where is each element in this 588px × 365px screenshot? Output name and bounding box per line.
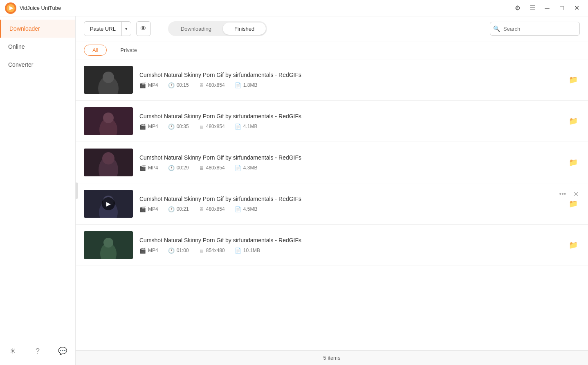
- folder-icon: 📁: [569, 117, 578, 126]
- item-meta: 🎬 MP4 🕐 00:35 🖥 480x854 📄: [139, 124, 560, 130]
- menu-button[interactable]: ☰: [526, 2, 539, 15]
- item-size: 10.1MB: [243, 248, 260, 253]
- theme-button[interactable]: ☀: [5, 344, 20, 358]
- sidebar-item-label: Converter: [8, 61, 33, 68]
- item-actions: 📁: [567, 156, 580, 169]
- format-icon: 🎬: [139, 165, 146, 171]
- item-resolution: 854x480: [206, 248, 225, 253]
- item-format: MP4: [148, 124, 158, 129]
- more-options-button[interactable]: •••: [557, 188, 568, 200]
- file-icon: 📄: [235, 248, 241, 254]
- item-meta: 🎬 MP4 🕐 00:15 🖥 480x854 📄: [139, 82, 560, 88]
- item-size: 4.1MB: [243, 124, 258, 129]
- clock-icon: 🕐: [168, 124, 175, 130]
- sidebar-collapse-handle[interactable]: ‹: [76, 182, 78, 199]
- duration-group: 🕐 00:29: [168, 165, 189, 171]
- item-resolution: 480x854: [206, 124, 225, 129]
- size-group: 📄 4.5MB: [235, 206, 258, 212]
- close-item-button[interactable]: ✕: [570, 188, 581, 200]
- help-button[interactable]: ?: [30, 344, 45, 358]
- item-title: Cumshot Natural Skinny Porn Gif by sirfu…: [139, 113, 560, 120]
- tab-finished[interactable]: Finished: [223, 23, 266, 35]
- clock-icon: 🕐: [168, 206, 175, 212]
- format-icon: 🎬: [139, 124, 146, 130]
- item-actions: 📁: [567, 73, 580, 86]
- folder-button[interactable]: 📁: [567, 239, 580, 252]
- maximize-button[interactable]: □: [555, 2, 568, 15]
- item-thumbnail[interactable]: ▶: [84, 190, 133, 218]
- toolbar: Paste URL ▾ 👁 Downloading Finished 🔍: [76, 16, 588, 41]
- list-item: Cumshot Natural Skinny Porn Gif by sirfu…: [76, 225, 588, 266]
- app-body: Downloader Online Converter ☀ ? 💬 Paste …: [0, 16, 588, 365]
- thumbnail-image: [84, 66, 133, 94]
- paste-url-button[interactable]: Paste URL ▾: [84, 21, 131, 36]
- sidebar-item-online[interactable]: Online: [0, 38, 75, 56]
- list-item: Cumshot Natural Skinny Porn Gif by sirfu…: [76, 142, 588, 183]
- duration-group: 🕐 00:21: [168, 206, 189, 212]
- sub-tab-private[interactable]: Private: [112, 45, 145, 56]
- item-actions: 📁: [567, 115, 580, 128]
- folder-button[interactable]: 📁: [567, 73, 580, 86]
- format-group: 🎬 MP4: [139, 248, 158, 254]
- monitor-icon: 🖥: [199, 82, 204, 88]
- monitor-icon: 🖥: [199, 165, 204, 171]
- eye-icon: 👁: [140, 25, 147, 32]
- item-format: MP4: [148, 206, 158, 212]
- file-icon: 📄: [235, 165, 241, 171]
- item-duration: 00:35: [177, 124, 189, 129]
- item-format: MP4: [148, 82, 158, 88]
- search-input[interactable]: [490, 22, 580, 36]
- theme-icon: ☀: [9, 347, 16, 356]
- item-title: Cumshot Natural Skinny Porn Gif by sirfu…: [139, 195, 560, 203]
- resolution-group: 🖥 854x480: [199, 248, 225, 254]
- item-thumbnail: [84, 66, 133, 94]
- folder-button[interactable]: 📁: [567, 115, 580, 128]
- item-info: Cumshot Natural Skinny Porn Gif by sirfu…: [139, 237, 560, 253]
- play-overlay[interactable]: ▶: [102, 197, 115, 210]
- size-group: 📄 4.3MB: [235, 165, 258, 171]
- eye-button[interactable]: 👁: [136, 21, 151, 36]
- app-logo-icon: [5, 2, 16, 14]
- items-count: 5 items: [323, 355, 341, 361]
- feedback-button[interactable]: 💬: [55, 344, 70, 358]
- close-button[interactable]: ✕: [570, 2, 583, 15]
- item-format: MP4: [148, 165, 158, 171]
- size-group: 📄 4.1MB: [235, 124, 258, 130]
- minimize-button[interactable]: ─: [541, 2, 554, 15]
- item-info: Cumshot Natural Skinny Porn Gif by sirfu…: [139, 195, 560, 212]
- resolution-group: 🖥 480x854: [199, 82, 225, 88]
- app-name: VidJuice UniTube: [20, 5, 61, 11]
- item-top-actions: ••• ✕: [557, 188, 581, 200]
- monitor-icon: 🖥: [199, 248, 204, 254]
- tab-downloading[interactable]: Downloading: [169, 23, 223, 35]
- sub-tab-all[interactable]: All: [84, 45, 107, 56]
- thumbnail-image: [84, 149, 133, 176]
- duration-group: 🕐 00:15: [168, 82, 189, 88]
- item-size: 4.3MB: [243, 165, 258, 171]
- search-icon: 🔍: [493, 25, 500, 32]
- item-duration: 00:29: [177, 165, 189, 171]
- sidebar-item-converter[interactable]: Converter: [0, 56, 75, 74]
- paste-url-dropdown-button[interactable]: ▾: [121, 22, 131, 36]
- item-size: 4.5MB: [243, 206, 258, 212]
- window-controls: ⚙ ☰ ─ □ ✕: [511, 2, 583, 15]
- size-group: 📄 10.1MB: [235, 248, 260, 254]
- item-meta: 🎬 MP4 🕐 01:00 🖥 854x480 📄: [139, 248, 560, 254]
- format-icon: 🎬: [139, 82, 146, 88]
- item-resolution: 480x854: [206, 206, 225, 212]
- item-meta: 🎬 MP4 🕐 00:21 🖥 480x854 📄: [139, 206, 560, 212]
- main-content: Paste URL ▾ 👁 Downloading Finished 🔍 All…: [76, 16, 588, 365]
- format-icon: 🎬: [139, 248, 146, 254]
- sidebar-item-downloader[interactable]: Downloader: [0, 20, 75, 38]
- file-icon: 📄: [235, 124, 241, 130]
- title-bar: VidJuice UniTube ⚙ ☰ ─ □ ✕: [0, 0, 588, 16]
- format-icon: 🎬: [139, 206, 146, 212]
- folder-button[interactable]: 📁: [567, 156, 580, 169]
- settings-button[interactable]: ⚙: [511, 2, 524, 15]
- sub-tab-bar: All Private: [76, 41, 588, 59]
- svg-point-18: [103, 238, 113, 248]
- paste-url-main-button[interactable]: Paste URL: [84, 22, 121, 36]
- item-title: Cumshot Natural Skinny Porn Gif by sirfu…: [139, 154, 560, 161]
- resolution-group: 🖥 480x854: [199, 206, 225, 212]
- resolution-group: 🖥 480x854: [199, 165, 225, 171]
